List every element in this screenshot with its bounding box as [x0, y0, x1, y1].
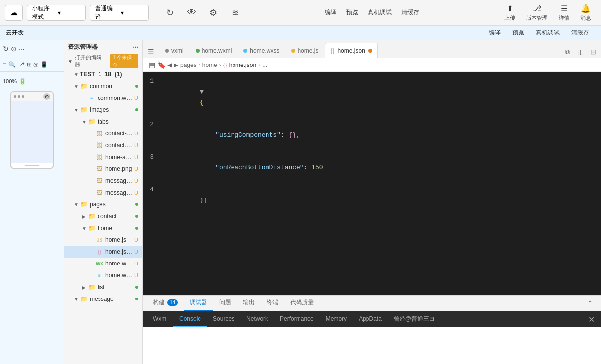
- tab-home-js[interactable]: home.js: [286, 43, 324, 58]
- sidebar-item-common[interactable]: ▼ 📁 common: [64, 80, 142, 92]
- clear-cache-action[interactable]: 清缓存: [566, 28, 595, 38]
- sim-record-btn[interactable]: ⊙: [43, 93, 50, 100]
- split-editor-button[interactable]: ⧉: [562, 46, 573, 58]
- sim-dot-1: [14, 95, 16, 98]
- cloud-icon-button[interactable]: ☁: [5, 5, 23, 21]
- breadcrumb-expand-icon[interactable]: ▤: [149, 61, 155, 69]
- sidebar-item-contact-active[interactable]: 🖼 contact-active.... U: [64, 128, 142, 139]
- resource-more-button[interactable]: ···: [133, 43, 138, 51]
- sidebar-item-home-folder[interactable]: ▼ 📁 home: [64, 222, 142, 234]
- output-tab[interactable]: 输出: [237, 296, 261, 311]
- sim-device-icon[interactable]: 📱: [40, 61, 48, 68]
- nav-forward-icon[interactable]: ▶: [174, 62, 178, 68]
- code-line-2: 2 "usingComponents": {},: [143, 119, 601, 152]
- bookmark-icon[interactable]: 🔖: [157, 61, 166, 69]
- collapse-bottom-button[interactable]: ⌃: [583, 298, 597, 309]
- sidebar-item-home-json[interactable]: {} home.json U: [64, 246, 142, 258]
- real-debug-action[interactable]: 真机调试: [530, 28, 566, 38]
- upload-button[interactable]: ⬆ 上传: [500, 3, 520, 23]
- mode-dropdown[interactable]: 小程序模式 ▾: [27, 5, 86, 21]
- nav-back-icon[interactable]: ◀: [167, 62, 172, 68]
- opened-editors-header[interactable]: ▼ 打开的编辑器 1 个未保存: [64, 55, 142, 67]
- issues-tab[interactable]: 问题: [213, 296, 237, 311]
- detail-label: 详情: [559, 14, 569, 22]
- sidebar-item-home-wxss[interactable]: ≡ home.wxss U: [64, 269, 142, 281]
- toggle-sidebar-button[interactable]: ◫: [574, 46, 586, 58]
- sidebar-item-message-png[interactable]: 🖼 message.png U: [64, 187, 142, 199]
- images-status-dot: [135, 108, 138, 111]
- sidebar-item-home-wxml[interactable]: WX home.wxml U: [64, 258, 142, 269]
- editor-menu-button[interactable]: ☰: [145, 46, 157, 58]
- sidebar-item-message-active[interactable]: 🖼 message-activ... U: [64, 175, 142, 187]
- common-arrow: ▼: [74, 84, 80, 89]
- memory-devtab-label: Memory: [326, 315, 347, 322]
- preview-action[interactable]: 预览: [506, 28, 530, 38]
- sim-grid-icon[interactable]: ⊞: [27, 61, 32, 68]
- sim-refresh-icon[interactable]: ↻: [3, 45, 9, 53]
- top-right-buttons: ⬆ 上传 ⎇ 版本管理 ☰ 详情 🔔 消息: [500, 3, 596, 23]
- sim-branch-icon[interactable]: ⎇: [18, 61, 25, 68]
- sidebar-item-images[interactable]: ▼ 📁 Images: [64, 104, 142, 116]
- sidebar-item-home-png[interactable]: 🖼 home.png U: [64, 163, 142, 175]
- layout-button[interactable]: ⊟: [587, 46, 599, 58]
- mode-chevron-icon: ▾: [58, 9, 80, 16]
- performance-devtab[interactable]: Performance: [274, 311, 320, 327]
- pages-folder-icon: 📁: [80, 200, 88, 208]
- sidebar-item-common-wxss[interactable]: ≡ common.wxss U: [64, 92, 142, 104]
- preview-button[interactable]: 预览: [342, 6, 362, 19]
- debugger-tab[interactable]: 调试器: [184, 296, 213, 311]
- sources-devtab[interactable]: Sources: [207, 311, 240, 327]
- preview-icon-button[interactable]: 👁: [183, 5, 200, 21]
- terminal-tab[interactable]: 终端: [261, 296, 284, 311]
- sim-new-icon[interactable]: □: [3, 61, 6, 68]
- tab-home-wxss[interactable]: home.wxss: [238, 43, 285, 58]
- sidebar-item-pages[interactable]: ▼ 📁 pages: [64, 199, 142, 210]
- tab-vxml[interactable]: vxml: [160, 43, 189, 58]
- sidebar-item-home-active-png[interactable]: 🖼 home-active.png U: [64, 151, 142, 163]
- project-root[interactable]: ▼ TEST_1_18_(1): [64, 68, 142, 80]
- wxml-devtab[interactable]: Wxml: [147, 311, 173, 327]
- version-button[interactable]: ⎇ 版本管理: [521, 3, 553, 23]
- memory-devtab[interactable]: Memory: [320, 311, 353, 327]
- refresh-button[interactable]: ↻: [161, 5, 179, 21]
- sidebar-item-home-js[interactable]: JS home.js U: [64, 234, 142, 246]
- cloud-dev-actions: 编译 预览 真机调试 清缓存: [483, 28, 595, 38]
- sim-more-icon[interactable]: ···: [19, 45, 25, 53]
- list-folder-name: list: [98, 284, 134, 291]
- compile-button[interactable]: 编译: [321, 6, 340, 19]
- tab-home-json[interactable]: {} home.json: [325, 43, 377, 58]
- sidebar-item-contact-png[interactable]: 🖼 contact.png U: [64, 139, 142, 151]
- bc-json-icon: {}: [223, 62, 227, 68]
- network-devtab[interactable]: Network: [240, 311, 274, 327]
- clear-cache-button[interactable]: 清缓存: [398, 6, 423, 19]
- contact-folder-icon: 📁: [88, 212, 96, 220]
- code-quality-tab-label: 代码质量: [290, 298, 314, 307]
- terminal-tab-label: 终端: [267, 298, 278, 307]
- sim-record-icon[interactable]: ⊙: [11, 45, 17, 53]
- more-devtab[interactable]: 曾经@普通三⊟: [388, 311, 440, 327]
- file-explorer[interactable]: ▼ 打开的编辑器 1 个未保存 ▼ TEST_1_18_(1) ▼ 📁 comm…: [64, 54, 142, 364]
- home-wxss-dot: [243, 49, 247, 53]
- code-quality-tab[interactable]: 代码质量: [284, 296, 320, 311]
- sidebar-item-contact-folder[interactable]: ▶ 📁 contact: [64, 210, 142, 222]
- sim-search-icon[interactable]: 🔍: [8, 61, 16, 68]
- notify-button[interactable]: 🔔 消息: [575, 3, 596, 23]
- code-editor[interactable]: 1 ▼ { 2 "usingComponents": {}, 3 "onReac…: [143, 72, 601, 295]
- sim-target-icon[interactable]: ◎: [33, 61, 38, 68]
- layers-button[interactable]: ≋: [226, 5, 244, 21]
- sidebar-item-tabs[interactable]: ▼ 📁 tabs: [64, 116, 142, 128]
- compile-action[interactable]: 编译: [483, 28, 506, 38]
- collapse-arrow[interactable]: ▼: [200, 88, 204, 96]
- debug-icon-button[interactable]: ⚙: [204, 5, 222, 21]
- real-debug-button[interactable]: 真机调试: [364, 6, 396, 19]
- detail-button[interactable]: ☰ 详情: [554, 3, 574, 23]
- sidebar-item-message-folder[interactable]: ▼ 📁 message: [64, 293, 142, 305]
- tab-home-wxml[interactable]: home.wxml: [190, 43, 237, 58]
- devtools-close-button[interactable]: ✕: [585, 313, 597, 325]
- build-tab[interactable]: 构建 14: [147, 296, 184, 311]
- console-devtab[interactable]: Console: [173, 311, 207, 327]
- bc-home: home: [202, 62, 217, 68]
- appdata-devtab[interactable]: AppData: [353, 311, 388, 327]
- sidebar-item-list[interactable]: ▶ 📁 list: [64, 281, 142, 293]
- compile-dropdown[interactable]: 普通编译 ▾: [90, 5, 149, 21]
